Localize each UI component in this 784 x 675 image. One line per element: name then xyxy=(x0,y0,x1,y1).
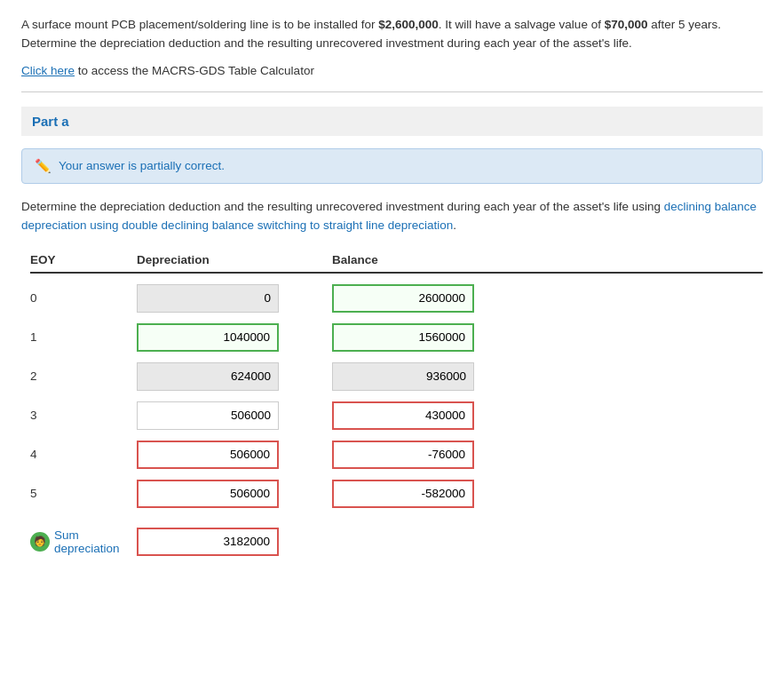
divider xyxy=(21,91,763,92)
table-header: EOY Depreciation Balance xyxy=(30,253,763,274)
eoy-label: 0 xyxy=(30,291,137,305)
sum-depreciation-input[interactable] xyxy=(137,528,279,556)
balance-input[interactable] xyxy=(332,323,474,352)
eoy-label: 1 xyxy=(30,330,137,344)
depreciation-input[interactable] xyxy=(137,480,279,508)
depreciation-cell xyxy=(137,362,332,391)
balance-input[interactable] xyxy=(332,441,474,469)
sum-row: 🧑 Sum depreciation xyxy=(30,522,763,561)
table-row: 1 xyxy=(30,318,763,357)
balance-input[interactable] xyxy=(332,362,474,391)
col-header-eoy: EOY xyxy=(30,253,137,266)
eoy-label: 3 xyxy=(30,409,137,422)
depreciation-input[interactable] xyxy=(137,401,279,430)
table-row: 0 xyxy=(30,279,763,318)
sum-depreciation-cell xyxy=(137,528,332,556)
balance-cell xyxy=(332,323,527,352)
balance-input[interactable] xyxy=(332,401,474,430)
balance-input[interactable] xyxy=(332,284,474,313)
part-header: Part a xyxy=(21,107,763,136)
macrs-link[interactable]: Click here xyxy=(21,64,75,77)
balance-cell xyxy=(332,284,527,313)
balance-cell xyxy=(332,441,527,469)
depreciation-cell xyxy=(137,284,332,313)
balance-cell xyxy=(332,401,527,430)
depreciation-table: EOY Depreciation Balance 012345 🧑 Sum de… xyxy=(30,253,763,561)
col-header-depreciation: Depreciation xyxy=(137,253,332,266)
problem-text: A surface mount PCB placement/soldering … xyxy=(21,16,763,53)
sum-icon: 🧑 xyxy=(30,532,50,552)
eoy-label: 2 xyxy=(30,369,137,383)
table-rows-container: 012345 xyxy=(30,279,763,513)
balance-input[interactable] xyxy=(332,480,474,508)
table-row: 4 xyxy=(30,435,763,474)
eoy-label: 5 xyxy=(30,487,137,500)
partial-correct-banner: ✏️ Your answer is partially correct. xyxy=(21,148,763,184)
depreciation-input[interactable] xyxy=(137,441,279,469)
depreciation-input[interactable] xyxy=(137,284,279,313)
macrs-link-line: Click here to access the MACRS-GDS Table… xyxy=(21,64,763,77)
balance-cell xyxy=(332,480,527,508)
eoy-label: 4 xyxy=(30,448,137,461)
depreciation-cell xyxy=(137,323,332,352)
depreciation-cell xyxy=(137,441,332,469)
table-row: 2 xyxy=(30,357,763,396)
table-row: 3 xyxy=(30,396,763,435)
depreciation-input[interactable] xyxy=(137,362,279,391)
balance-cell xyxy=(332,362,527,391)
pencil-icon: ✏️ xyxy=(35,158,51,174)
instruction-text: Determine the depreciation deduction and… xyxy=(21,198,763,235)
depreciation-input[interactable] xyxy=(137,323,279,352)
depreciation-cell xyxy=(137,401,332,430)
sum-label: 🧑 Sum depreciation xyxy=(30,528,137,555)
table-row: 5 xyxy=(30,474,763,513)
col-header-balance: Balance xyxy=(332,253,527,266)
depreciation-cell xyxy=(137,480,332,508)
